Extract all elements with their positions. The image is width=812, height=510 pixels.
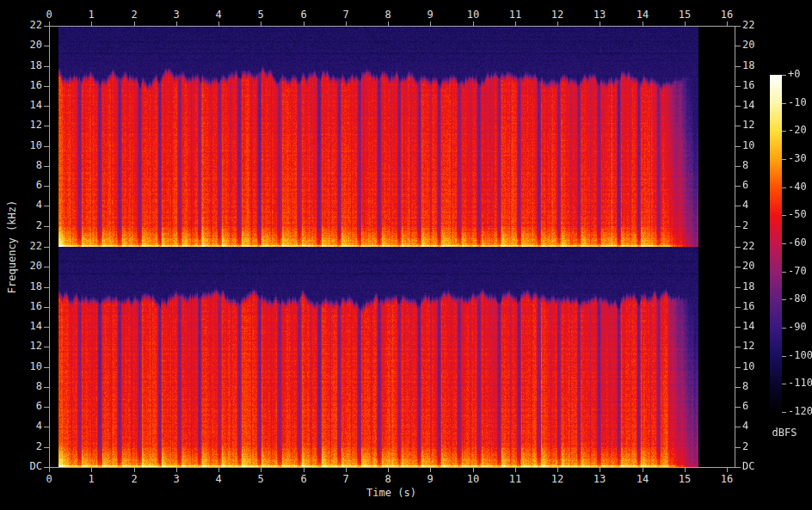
x-tick-bottom <box>473 468 474 472</box>
freq-tick-label-right: 2 <box>742 220 772 231</box>
freq-tick-left <box>44 146 49 147</box>
x-tick-top <box>685 22 686 26</box>
freq-tick-right <box>735 447 741 448</box>
x-tick-top <box>430 22 431 26</box>
freq-tick-left <box>44 106 49 107</box>
freq-tick-left <box>44 186 49 187</box>
x-tick-label-top: 14 <box>630 9 655 21</box>
x-tick-label-top: 12 <box>544 9 570 21</box>
freq-tick-right <box>735 146 741 147</box>
x-tick-bottom <box>304 468 304 472</box>
freq-tick-label-right: 12 <box>742 120 772 131</box>
x-tick-label-bottom: 7 <box>333 474 359 485</box>
colorbar-tick <box>782 215 786 216</box>
freq-tick-right <box>735 247 741 248</box>
freq-tick-right <box>735 86 741 87</box>
x-tick-bottom <box>134 468 135 472</box>
freq-tick-left <box>44 226 49 227</box>
x-tick-label-bottom: 6 <box>291 474 317 485</box>
freq-tick-label-right: 22 <box>742 20 772 31</box>
x-tick-top <box>261 22 261 26</box>
x-tick-label-top: 6 <box>291 9 317 21</box>
colorbar-tick-label: -50 <box>788 209 812 220</box>
x-tick-top <box>176 22 177 26</box>
x-tick-top <box>557 22 558 26</box>
freq-tick-right <box>735 106 741 107</box>
colorbar-tick <box>782 187 786 188</box>
freq-tick-label-right: 12 <box>742 341 772 352</box>
x-tick-bottom <box>557 468 558 472</box>
freq-tick-label-left: 22 <box>15 20 42 31</box>
freq-tick-label-left: 20 <box>15 261 42 272</box>
freq-tick-label-right: 14 <box>742 321 772 332</box>
dc-tick-label-left: DC <box>15 461 42 472</box>
x-tick-bottom <box>49 468 50 472</box>
colorbar-tick <box>782 103 786 104</box>
spectrogram-figure: 0011223344556677889910101111121213131414… <box>0 0 812 510</box>
freq-tick-label-right: 16 <box>742 80 772 91</box>
freq-tick-label-left: 2 <box>15 220 42 231</box>
x-tick-label-top: 1 <box>78 9 104 21</box>
colorbar-tick-label: -30 <box>788 153 812 164</box>
freq-tick-label-left: 6 <box>15 180 42 191</box>
freq-tick-right <box>735 307 741 308</box>
x-tick-bottom <box>727 468 728 472</box>
freq-tick-right <box>735 327 741 328</box>
freq-tick-left <box>44 447 49 448</box>
freq-tick-label-right: 10 <box>742 140 772 151</box>
colorbar-tick <box>782 243 786 244</box>
freq-tick-label-right: 8 <box>742 381 772 392</box>
colorbar-tick-label: -110 <box>788 378 812 389</box>
freq-tick-label-right: 10 <box>742 361 772 372</box>
freq-tick-label-left: 8 <box>15 381 42 392</box>
spectrogram-heatmap-channel-1 <box>50 27 735 247</box>
colorbar-tick <box>782 75 786 76</box>
freq-tick-right <box>735 367 741 368</box>
freq-tick-label-left: 14 <box>15 100 42 111</box>
x-tick-top <box>134 22 135 26</box>
freq-tick-label-left: 4 <box>15 200 42 211</box>
colorbar-tick-label: -80 <box>788 293 812 304</box>
x-tick-top <box>473 22 474 26</box>
colorbar-tick-label: -60 <box>788 237 812 249</box>
freq-tick-label-right: 6 <box>742 180 772 191</box>
freq-tick-right <box>735 46 741 46</box>
freq-tick-label-right: 20 <box>742 261 772 272</box>
x-tick-label-top: 4 <box>206 9 231 21</box>
x-tick-label-bottom: 3 <box>163 474 189 485</box>
x-tick-bottom <box>261 468 261 472</box>
x-tick-label-bottom: 4 <box>206 474 231 485</box>
x-tick-bottom <box>176 468 177 472</box>
freq-tick-right <box>735 387 741 388</box>
colorbar-tick <box>782 328 786 329</box>
colorbar-tick-label: -40 <box>788 181 812 193</box>
freq-tick-right <box>735 26 741 27</box>
freq-tick-left <box>44 427 49 427</box>
colorbar-tick <box>782 131 786 132</box>
freq-tick-left <box>44 267 49 267</box>
x-tick-label-top: 16 <box>714 9 740 21</box>
freq-tick-label-left: 22 <box>15 241 42 252</box>
freq-tick-left <box>44 347 49 347</box>
freq-tick-label-left: 4 <box>15 421 42 432</box>
x-tick-top <box>218 22 219 26</box>
freq-tick-label-left: 2 <box>15 441 42 452</box>
x-tick-bottom <box>685 468 686 472</box>
x-tick-label-top: 15 <box>672 9 698 21</box>
x-tick-label-bottom: 16 <box>714 474 740 485</box>
freq-tick-right <box>735 427 741 427</box>
x-tick-top <box>388 22 389 26</box>
x-tick-bottom <box>515 468 516 472</box>
freq-tick-right <box>735 126 741 126</box>
freq-tick-left <box>44 206 49 206</box>
freq-tick-right <box>735 166 741 167</box>
x-tick-bottom <box>388 468 389 472</box>
freq-tick-label-left: 20 <box>15 40 42 51</box>
x-tick-label-bottom: 9 <box>417 474 443 485</box>
freq-tick-right <box>735 66 741 67</box>
freq-tick-left <box>44 307 49 308</box>
plot-frame-bottom <box>49 467 735 468</box>
colorbar-tick <box>782 356 786 357</box>
x-tick-label-bottom: 2 <box>121 474 147 485</box>
x-tick-label-bottom: 12 <box>544 474 570 485</box>
